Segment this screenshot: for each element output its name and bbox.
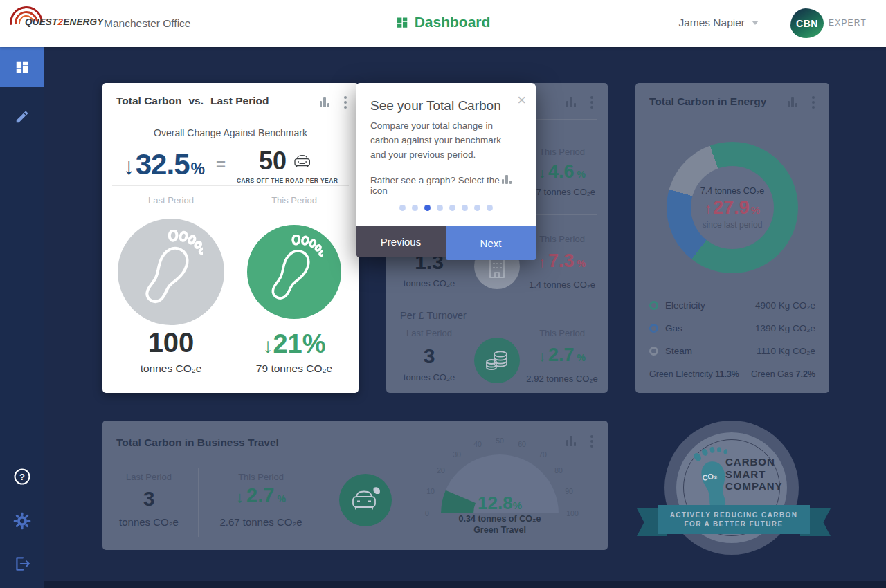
last-period-unit: tonnes CO₂e: [395, 372, 464, 383]
carbon-smart-badge: CO₂ CARBONSMARTCOMPANY ACTIVELY REDUCING…: [637, 416, 831, 562]
last-period-value: 3: [395, 344, 464, 368]
sidebar-item-edit[interactable]: [0, 97, 44, 137]
card-energy: Total Carbon in Energy 7.4 tonnes CO₂e ↑…: [635, 83, 829, 393]
energy-donut: 7.4 tonnes CO₂e ↑ 27.9 % since last peri…: [667, 142, 798, 273]
sidebar: ?: [0, 47, 44, 588]
tour-dot[interactable]: [449, 205, 455, 211]
tour-dot[interactable]: [437, 205, 443, 211]
last-period-value: 100: [116, 327, 226, 358]
tour-title: See your Total Carbon: [370, 98, 501, 113]
footprint-last-period: [118, 219, 224, 325]
cars-equivalent: 50 CARS OFF THE ROAD PER YEAR: [237, 147, 338, 184]
previous-button[interactable]: Previous: [356, 226, 446, 257]
coins-icon: [474, 338, 520, 383]
green-travel-gauge: 0 10 20 30 40 50 60 70 80 90 100 12.8% 0…: [421, 432, 629, 541]
period-label: Last Period: [395, 328, 464, 338]
user-menu[interactable]: James Napier: [678, 17, 759, 29]
tour-dot[interactable]: [474, 205, 480, 211]
tour-body: Compare your total change in carbon agai…: [370, 119, 517, 163]
last-period-value: 3: [114, 487, 183, 511]
period-label: Last Period: [116, 195, 226, 205]
change-caption: 2.67 tonnes CO₂e: [209, 516, 313, 528]
legend-swatch: [649, 347, 658, 356]
card-travel: Total Carbon in Business Travel Last Per…: [102, 421, 608, 550]
tour-dot[interactable]: [487, 205, 493, 211]
green-energy-summary: Green Electricity 11.3% Green Gas 7.2%: [649, 369, 815, 379]
chart-toggle-icon[interactable]: [566, 97, 577, 110]
close-icon[interactable]: ×: [517, 93, 526, 108]
equals-sign: =: [216, 155, 226, 174]
svg-text:?: ?: [19, 472, 25, 482]
gauge-caption: 0.34 tonnes of CO₂eGreen Travel: [437, 514, 562, 535]
card-menu-icon[interactable]: [810, 95, 817, 109]
card-menu-icon[interactable]: [588, 95, 595, 109]
tour-progress-dots: [356, 205, 536, 211]
cbn-badge: CBN: [790, 8, 824, 38]
legend-row: Steam 1110 Kg CO₂e: [649, 346, 815, 356]
badge-text: CARBONSMARTCOMPANY: [725, 456, 783, 493]
legend-row: Electricity 4900 Kg CO₂e: [649, 300, 815, 311]
next-button[interactable]: Next: [446, 226, 536, 260]
green-car-icon: [339, 474, 392, 526]
car-icon: [291, 151, 316, 171]
sidebar-item-logout[interactable]: [0, 544, 44, 584]
footprint-this-period: [247, 225, 341, 319]
period-label: This Period: [239, 195, 350, 205]
dashboard-grid-icon: [15, 59, 30, 75]
donut-change: ↑ 27.9 %: [705, 197, 760, 219]
help-icon: ?: [13, 468, 31, 486]
section-title: Per £ Turnover: [400, 310, 467, 321]
tour-hint: Rather see a graph? Select theicon: [370, 174, 523, 196]
this-period-caption: 79 tonnes CO₂e: [235, 362, 353, 375]
app-header: QUEST2ENERGY Manchester Office Dashboard…: [0, 0, 886, 47]
page-bottom-strip: [44, 581, 886, 588]
main-content: This Period ↓ 4.6 % 0.7 tonnes CO₂e This…: [44, 47, 886, 588]
last-period-unit: tonnes CO₂e: [395, 278, 464, 288]
dashboard-icon: [396, 16, 409, 29]
tour-popover: See your Total Carbon × Compare your tot…: [356, 83, 536, 257]
legend-row: Gas 1390 Kg CO₂e: [649, 323, 815, 333]
donut-caption: since last period: [703, 220, 763, 230]
tour-dot[interactable]: [412, 205, 418, 211]
gear-icon: [12, 511, 32, 531]
sidebar-item-dashboard[interactable]: [0, 47, 44, 87]
period-label: This Period: [216, 472, 306, 482]
change-caption: 2.92 tonnes CO₂e: [521, 374, 604, 384]
change-caption: 1.4 tonnes CO₂e: [521, 279, 604, 290]
legend-swatch: [649, 324, 658, 333]
chart-toggle-icon[interactable]: [788, 97, 798, 110]
benchmark-change-row: ↓ 32.5 % = 50: [102, 143, 359, 184]
tour-dot-active[interactable]: [424, 205, 431, 211]
tour-dot[interactable]: [399, 205, 406, 211]
sidebar-item-help[interactable]: ?: [0, 457, 44, 497]
badge-ribbon: ACTIVELY REDUCING CARBON FOR A BETTER FU…: [658, 505, 810, 534]
period-label: This Period: [521, 328, 604, 338]
this-period-change: ↓21%: [235, 329, 353, 359]
cars-caption: CARS OFF THE ROAD PER YEAR: [237, 177, 338, 184]
sidebar-item-settings[interactable]: [0, 501, 44, 541]
chart-toggle-icon[interactable]: [320, 97, 330, 110]
donut-total: 7.4 tonnes CO₂e: [700, 186, 764, 196]
card-title: Total Carbon in Business Travel: [116, 437, 279, 449]
period-label: Last Period: [114, 472, 183, 482]
last-period-unit: tonnes CO₂e: [112, 362, 230, 375]
card-title: Total Carbonvs.Last Period: [116, 95, 269, 107]
chevron-down-icon: [752, 21, 759, 25]
logout-icon: [13, 555, 31, 573]
page-title: Dashboard: [415, 14, 491, 30]
pencil-icon: [15, 109, 30, 125]
card-title: Total Carbon in Energy: [649, 95, 766, 108]
office-name: Manchester Office: [104, 17, 191, 30]
quest2energy-logo: QUEST2ENERGY: [25, 17, 103, 27]
arrow-down-icon: ↓: [123, 153, 135, 180]
gauge-value: 12.8%: [437, 493, 562, 514]
bar-chart-icon: [502, 175, 512, 184]
card-menu-icon[interactable]: [342, 95, 349, 109]
tour-dot[interactable]: [462, 205, 468, 211]
user-name: James Napier: [678, 17, 745, 29]
cbn-level-label: EXPERT: [829, 18, 867, 28]
legend-swatch: [649, 301, 658, 310]
change-value: ↓ 2.7 %: [216, 484, 306, 507]
last-period-unit: tonnes CO₂e: [114, 516, 183, 528]
card-total-carbon: Total Carbonvs.Last Period Overall Chang…: [102, 83, 359, 393]
